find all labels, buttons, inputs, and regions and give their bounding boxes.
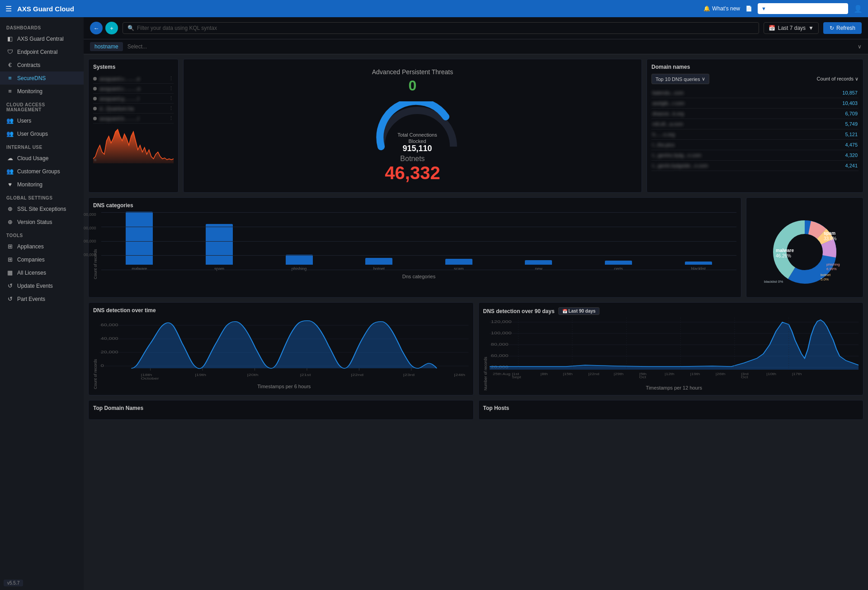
part-events-icon: ↺ [6,295,14,302]
dns-90-x-label: Timestamps per 12 hours [490,385,859,390]
system-item-0: axsguard.v..........e ⋮ [93,74,174,84]
svg-text:80,000: 80,000 [491,342,508,347]
calendar-icon: 📅 [769,25,775,31]
svg-text:6.99%: 6.99% [826,267,837,271]
bar-blacklist: blacklist [660,262,736,271]
sidebar-item-monitoring2[interactable]: ♥ Monitoring [0,178,84,191]
sidebar-item-appliances[interactable]: ⊞ Appliances [0,240,84,253]
appliances-icon: ⊞ [6,243,14,250]
top-section: Systems axsguard.v..........e ⋮ axsguard… [88,59,863,193]
sidebar-item-users[interactable]: 👥 Users [0,114,84,127]
filter-nav-back[interactable]: ← [90,22,103,34]
system-item-1: axsguard.c..........e ⋮ [93,84,174,94]
chevron-icon: ∨ [702,76,705,82]
version-icon: ⊕ [6,219,14,225]
system-menu-icon[interactable]: ⋮ [169,105,174,111]
svg-text:|15th: |15th [562,372,572,376]
global-search[interactable]: ▼ [758,3,848,14]
hostname-chevron-icon[interactable]: ∨ [858,43,862,50]
system-dot [93,77,97,81]
dns-time-title: DNS detection over time [93,307,469,314]
dns-time-x-label: Timestamps per 6 hours [99,384,469,389]
bottom-section: DNS detection over time Count of records [88,302,863,395]
svg-text:|20th: |20th [247,373,259,377]
domains-panel: Domain names Top 10 DNS queries ∨ Count … [646,59,863,193]
sidebar-item-securedns[interactable]: ≡ SecureDNS [0,71,84,85]
svg-text:20,000: 20,000 [101,350,118,354]
whats-new[interactable]: 🔔 What's new [703,5,740,12]
svg-text:|24th: |24th [454,373,465,377]
botnets-label: Botnets [385,155,440,163]
refresh-button[interactable]: ↻ Refresh [823,22,862,34]
list-icon[interactable]: ≡ [94,157,97,162]
system-item-4: axsguard.b..........l ⋮ [93,114,174,124]
filter-bar: ← + 🔍 Filter your data using KQL syntax … [84,17,868,39]
dns-time-y-label: Count of records [93,316,98,389]
dns-categories-panel: DNS categories Count of records [88,197,741,298]
dns-90-chart: 120,000 100,000 80,000 60,000 20,000 [490,318,859,381]
dns-x-label: Dns categories [101,274,736,279]
system-dot [93,117,97,120]
sidebar-item-version-status[interactable]: ⊕ Version Status [0,215,84,228]
sidebar-item-all-licenses[interactable]: ▦ All Licenses [0,266,84,279]
middle-section: DNS categories Count of records [88,197,863,298]
sidebar-item-user-groups[interactable]: 👥 User Groups [0,127,84,140]
systems-panel: Systems axsguard.v..........e ⋮ axsguard… [88,59,179,193]
search-icon: 🔍 [127,25,134,31]
system-menu-icon[interactable]: ⋮ [169,86,174,91]
bar-new: new [500,260,577,271]
domain-row-3: mll.ofi...a.com 5,749 [651,119,859,129]
domains-header: Top 10 DNS queries ∨ Count of records ∨ [651,74,859,84]
svg-text:Oct: Oct [741,375,748,379]
svg-text:|10th: |10th [766,372,776,376]
sidebar-item-ssl[interactable]: ⊕ SSL Site Exceptions [0,202,84,215]
apt-value: 0 [409,77,417,94]
svg-text:blacklist 0%: blacklist 0% [764,280,783,284]
svg-text:Oct: Oct [639,375,646,379]
system-menu-icon[interactable]: ⋮ [169,95,174,101]
hostname-select[interactable]: Select... [127,43,853,50]
sidebar-item-update-events[interactable]: ↺ Update Events [0,279,84,292]
system-menu-icon[interactable]: ⋮ [169,76,174,81]
dns-time-chart: 60,000 40,000 20,000 0 [99,316,469,380]
domain-row-1: axelgib...r.com 10,403 [651,98,859,109]
sidebar-item-cloud-usage[interactable]: ☁ Cloud Usage [0,152,84,165]
sidebar-item-monitoring[interactable]: ≡ Monitoring [0,85,84,98]
hamburger-icon[interactable]: ☰ [5,5,12,13]
shield-icon: ◧ [6,35,14,42]
sidebar-item-companies[interactable]: ⊞ Companies [0,253,84,266]
user-groups-icon: 👥 [6,130,14,137]
botnets-value: 46,332 [385,163,440,183]
companies-icon: ⊞ [6,256,14,263]
user-icon[interactable]: 👤 [854,5,863,13]
tools-section-label: TOOLS [0,228,84,240]
refresh-icon: ↻ [830,25,834,31]
heart-icon: ♥ [6,181,14,188]
domains-title: Domain names [651,64,859,70]
date-picker[interactable]: 📅 Last 7 days ▼ [764,22,819,34]
waveform-chart: ≡ [93,127,174,163]
sidebar-item-endpoint-central[interactable]: 🛡 Endpoint Central [0,45,84,58]
system-menu-icon[interactable]: ⋮ [169,115,174,121]
sidebar: DASHBOARDS ◧ AXS Guard Central 🛡 Endpoin… [0,17,84,590]
dns-90-panel: DNS detection over 90 days 📅 Last 90 day… [478,302,864,395]
sidebar-item-axsguard-central[interactable]: ◧ AXS Guard Central [0,32,84,45]
domain-row-6: t...genInc.bytg...n.com 4,320 [651,150,859,161]
svg-text:|19th: |19th [690,372,700,376]
donut-chart: spam 33.8% malware 46.26% phishing 6.99%… [755,207,854,288]
system-item-3: d...Quantum.ha ⋮ [93,104,174,114]
bar-spam: spam [181,224,258,271]
filter-add[interactable]: + [105,22,118,34]
svg-text:100,000: 100,000 [491,331,511,335]
kql-search[interactable]: 🔍 Filter your data using KQL syntax [123,22,759,34]
last-90-days-badge[interactable]: 📅 Last 90 days [558,307,600,315]
doc-icon[interactable]: 📄 [745,5,752,12]
svg-text:|21st: |21st [300,373,311,377]
sidebar-item-customer-groups[interactable]: 👥 Customer Groups [0,165,84,178]
licenses-icon: ▦ [6,269,14,276]
dns-queries-dropdown[interactable]: Top 10 DNS queries ∨ [651,74,709,84]
global-section-label: GLOBAL SETTINGS [0,191,84,202]
system-item-2: axsguard.g..........l ⋮ [93,94,174,104]
sidebar-item-contracts[interactable]: € Contracts [0,58,84,71]
sidebar-item-part-events[interactable]: ↺ Part Events [0,292,84,305]
